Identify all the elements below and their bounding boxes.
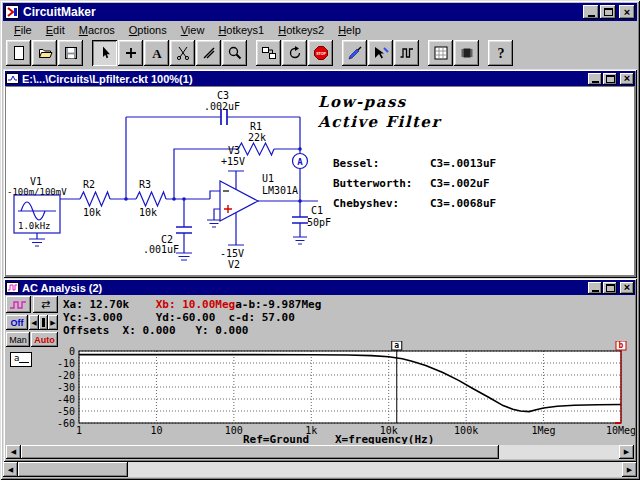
schematic-canvas[interactable]: A V1 -100m/100mV 1.0kHz R2 10k R3 10k C3… — [6, 87, 634, 275]
svg-text:-10: -10 — [57, 358, 75, 369]
trace-legend[interactable]: a — [10, 352, 32, 367]
wire-tool-icon — [201, 45, 217, 61]
svg-text:10: 10 — [150, 425, 162, 436]
plus-icon — [123, 45, 139, 61]
run-probe-button[interactable] — [368, 40, 393, 66]
scroll-left-button[interactable]: ◀ — [3, 462, 18, 477]
trace-style-button[interactable] — [6, 296, 31, 313]
off-button[interactable]: Off — [6, 315, 28, 330]
scroll-right-button[interactable]: ▶ — [619, 445, 634, 459]
save-icon — [63, 45, 79, 61]
close-icon: × — [624, 282, 630, 293]
menu-hotkeys2[interactable]: Hotkeys2 — [271, 22, 331, 38]
help-icon: ? — [493, 45, 509, 61]
svg-text:10Meg: 10Meg — [606, 425, 635, 436]
minimize-icon — [588, 15, 595, 17]
scrollbar-track[interactable] — [128, 462, 622, 477]
ac-titlebar[interactable]: AC Analysis (2) × — [5, 280, 635, 295]
svg-text:X=frequency(Hz): X=frequency(Hz) — [335, 433, 434, 444]
left-arrow-icon: ◀ — [11, 448, 16, 456]
menu-file[interactable]: File — [7, 22, 39, 38]
bode-plot[interactable]: 0-10-20-30-40-50-601101001k10k100k1Meg10… — [5, 341, 635, 444]
right-arrow-icon: ▶ — [624, 448, 629, 456]
menu-options[interactable]: Options — [122, 22, 174, 38]
schematic-window: E:\...\Circuits\Lpfilter.ckt 100%(1) × — [3, 69, 637, 278]
scrollbar-track[interactable] — [499, 445, 619, 459]
maximize-button[interactable] — [600, 5, 616, 19]
save-button[interactable] — [58, 40, 83, 66]
scissors-icon — [175, 45, 191, 61]
c1-value: 50pF — [307, 217, 331, 228]
trace-wave-icon — [9, 299, 29, 311]
note-chebyshev-name: Chebyshev: — [333, 197, 399, 210]
svg-text:-60: -60 — [57, 418, 75, 429]
probe-tool-button[interactable] — [342, 40, 367, 66]
note-butterworth-value: C3=.002uF — [430, 177, 490, 190]
c1-ref: C1 — [311, 205, 323, 216]
main-titlebar[interactable]: CircuitMaker × — [3, 3, 637, 21]
schematic-heading-line2: Active Filter — [317, 113, 442, 131]
menu-help[interactable]: Help — [331, 22, 368, 38]
zoom-button[interactable] — [222, 40, 247, 66]
svg-text:b: b — [619, 341, 624, 350]
menubar: File Edit Macros Options View Hotkeys1 H… — [3, 21, 637, 38]
probe-icon — [347, 45, 363, 61]
left-arrow-icon: ◀ — [8, 466, 13, 474]
v1-freq: 1.0kHz — [18, 221, 51, 231]
new-button[interactable] — [6, 40, 31, 66]
grid-icon — [433, 45, 449, 61]
schematic-maximize-button[interactable] — [603, 73, 617, 85]
opamp-symbol[interactable] — [220, 181, 258, 221]
schematic-titlebar[interactable]: E:\...\Circuits\Lpfilter.ckt 100%(1) × — [5, 71, 635, 86]
prev-trace-button[interactable]: ◀ — [29, 315, 39, 330]
add-part-button[interactable] — [118, 40, 143, 66]
menu-macros[interactable]: Macros — [72, 22, 122, 38]
schematic-close-button[interactable]: × — [620, 73, 634, 85]
stop-button[interactable]: STOP — [308, 40, 333, 66]
cycle-traces-button[interactable]: ⇄ — [33, 296, 58, 313]
ac-minimize-button[interactable] — [588, 282, 602, 294]
wire-tool-button[interactable] — [196, 40, 221, 66]
analysis-icon — [6, 282, 19, 293]
maximize-icon — [606, 75, 615, 83]
trace-color-swatch — [19, 362, 29, 363]
right-arrow-icon: ▶ — [627, 466, 632, 474]
svg-text:-40: -40 — [57, 394, 75, 405]
scrollbar-thumb[interactable] — [18, 462, 128, 477]
current-probe-label: A — [297, 157, 303, 167]
next-trace-button[interactable]: ▶ — [48, 315, 58, 330]
svg-text:Ref=Ground: Ref=Ground — [243, 433, 309, 444]
help-button[interactable]: ? — [488, 40, 513, 66]
schematic-minimize-button[interactable] — [588, 73, 602, 85]
ac-maximize-button[interactable] — [603, 282, 617, 294]
right-arrow-icon: ▶ — [50, 319, 55, 327]
ac-content: ⇄ Off ◀ ▶ Man Auto Xa: 12.70k Xb: 10.00M… — [5, 295, 635, 460]
chip-button[interactable] — [454, 40, 479, 66]
minimize-button[interactable] — [583, 5, 599, 19]
cut-tool-button[interactable] — [170, 40, 195, 66]
u1-value: LM301A — [262, 185, 298, 196]
text-tool-button[interactable]: A — [144, 40, 169, 66]
close-button[interactable]: × — [619, 5, 635, 19]
rotate-button[interactable] — [282, 40, 307, 66]
main-horizontal-scrollbar[interactable]: ◀ ▶ — [3, 462, 637, 477]
svg-text:-20: -20 — [57, 370, 75, 381]
text-icon: A — [149, 45, 165, 61]
menu-view[interactable]: View — [174, 22, 212, 38]
scroll-right-button[interactable]: ▶ — [622, 462, 637, 477]
scrollbar-thumb[interactable] — [21, 445, 499, 459]
menu-hotkeys1[interactable]: Hotkeys1 — [211, 22, 271, 38]
ac-horizontal-scrollbar[interactable]: ◀ ▶ — [6, 445, 634, 459]
parts-browser-button[interactable] — [256, 40, 281, 66]
open-button[interactable] — [32, 40, 57, 66]
svg-text:?: ? — [497, 46, 504, 61]
select-tool-button[interactable] — [92, 40, 117, 66]
digital-grid-button[interactable] — [428, 40, 453, 66]
minimize-icon — [592, 81, 599, 83]
ac-close-button[interactable]: × — [620, 282, 634, 294]
scroll-left-button[interactable]: ◀ — [6, 445, 21, 459]
menu-edit[interactable]: Edit — [39, 22, 72, 38]
circuitmaker-window: CircuitMaker × File Edit Macros Options … — [0, 0, 640, 480]
cursor-icon — [97, 45, 113, 61]
waveforms-button[interactable] — [394, 40, 419, 66]
